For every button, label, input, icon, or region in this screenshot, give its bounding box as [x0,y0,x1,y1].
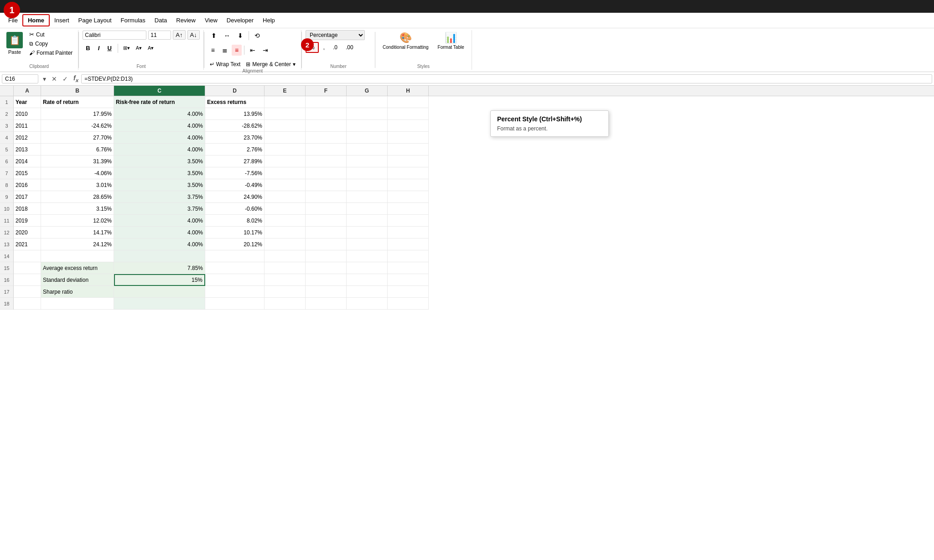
cell[interactable] [347,167,388,179]
col-header-b[interactable]: B [41,86,114,96]
cell[interactable] [205,250,265,262]
cell[interactable] [347,298,388,310]
menu-help[interactable]: Help [258,15,280,26]
cell[interactable] [347,191,388,203]
cell[interactable] [265,179,306,191]
cell[interactable] [388,191,429,203]
cell[interactable] [205,298,265,310]
cell[interactable] [347,203,388,215]
cell[interactable]: 2016 [14,179,41,191]
cell[interactable] [265,96,306,108]
cell[interactable] [388,132,429,144]
cancel-formula-icon[interactable]: ✕ [49,75,60,83]
font-name-input[interactable] [83,31,146,40]
cell[interactable] [388,250,429,262]
cell[interactable]: 2011 [14,120,41,132]
cell[interactable]: 13.95% [205,108,265,120]
cell[interactable]: 12.02% [41,215,114,227]
cell[interactable] [265,215,306,227]
cell[interactable]: 2018 [14,203,41,215]
font-size-input[interactable] [148,31,171,40]
cell[interactable]: 23.70% [205,132,265,144]
cell[interactable] [388,120,429,132]
cell[interactable]: 2013 [14,144,41,156]
merge-center-button[interactable]: ⊞ Merge & Center ▾ [244,60,297,68]
cell[interactable] [306,179,347,191]
cell[interactable] [347,132,388,144]
cell[interactable]: 4.00% [114,132,205,144]
cell[interactable]: 6.76% [41,144,114,156]
cell[interactable]: 2019 [14,215,41,227]
decrease-decimal-button[interactable]: .00 [342,42,357,52]
cell[interactable] [388,262,429,274]
cell[interactable] [205,274,265,286]
bold-button[interactable]: B [83,43,93,53]
cell[interactable]: 4.00% [114,144,205,156]
cell[interactable] [347,120,388,132]
paste-button[interactable]: 📋 Paste [4,30,26,57]
cell[interactable] [306,96,347,108]
cell[interactable]: 3.75% [114,191,205,203]
cell[interactable]: 4.00% [114,227,205,239]
cell[interactable] [14,298,41,310]
cell[interactable] [347,239,388,250]
cell[interactable]: 8.02% [205,215,265,227]
cell[interactable]: 2017 [14,191,41,203]
cell[interactable] [306,203,347,215]
menu-data[interactable]: Data [150,15,171,26]
font-color-button[interactable]: A▾ [145,44,156,52]
align-bottom-button[interactable]: ⬇ [234,30,246,41]
cell[interactable]: 10.17% [205,227,265,239]
cell[interactable] [205,286,265,298]
col-header-e[interactable]: E [265,86,306,96]
cell[interactable]: -0.60% [205,203,265,215]
cell[interactable]: 4.00% [114,215,205,227]
cell[interactable] [347,262,388,274]
cell[interactable] [205,262,265,274]
cell[interactable] [306,227,347,239]
cell[interactable] [265,144,306,156]
cell[interactable] [347,179,388,191]
cell[interactable] [306,156,347,167]
cell[interactable] [265,274,306,286]
cell[interactable] [306,298,347,310]
cell[interactable]: Rate of return [41,96,114,108]
cell[interactable] [347,108,388,120]
cell-reference-box[interactable] [2,74,38,83]
align-left-button[interactable]: ≡ [208,45,218,56]
cell[interactable] [265,108,306,120]
cell[interactable] [114,298,205,310]
cell[interactable]: 3.50% [114,179,205,191]
cell[interactable] [347,286,388,298]
cell[interactable]: 27.70% [41,132,114,144]
cell[interactable] [306,144,347,156]
cell[interactable] [347,156,388,167]
cell[interactable]: 28.65% [41,191,114,203]
cell[interactable] [265,250,306,262]
cell[interactable]: 2010 [14,108,41,120]
cell[interactable] [347,215,388,227]
col-header-d[interactable]: D [205,86,265,96]
cell[interactable] [347,96,388,108]
cell[interactable] [14,274,41,286]
cell[interactable]: 14.17% [41,227,114,239]
expand-icon[interactable]: ▾ [40,75,49,83]
cell[interactable] [265,167,306,179]
cell[interactable] [306,274,347,286]
menu-developer[interactable]: Developer [222,15,258,26]
align-top-button[interactable]: ⬆ [208,30,220,41]
cell[interactable] [347,144,388,156]
wrap-text-button[interactable]: ↵ Wrap Text [208,60,243,68]
cell[interactable] [388,239,429,250]
col-header-a[interactable]: A [14,86,41,96]
cell[interactable]: -0.49% [205,179,265,191]
menu-formulas[interactable]: Formulas [116,15,150,26]
cell[interactable] [265,203,306,215]
cell[interactable]: 17.95% [41,108,114,120]
font-size-decrease-button[interactable]: A↓ [187,30,200,40]
cell[interactable]: Standard deviation [41,274,114,286]
cell[interactable]: 15% [114,274,205,286]
cell[interactable]: Year [14,96,41,108]
cell[interactable] [388,96,429,108]
cell[interactable] [347,274,388,286]
